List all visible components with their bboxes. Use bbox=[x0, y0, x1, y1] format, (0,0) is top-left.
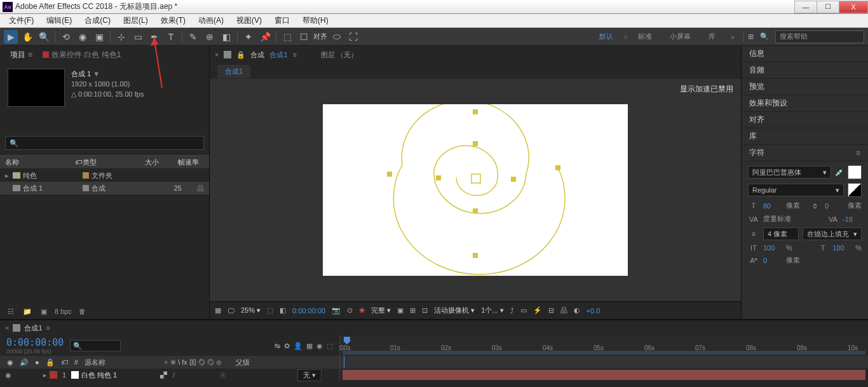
snapshot-icon[interactable]: 📷 bbox=[332, 306, 341, 315]
stamp-tool[interactable]: ⊛ bbox=[203, 30, 217, 44]
current-time[interactable]: 0:00:00:00 bbox=[292, 307, 325, 315]
eyedropper-icon[interactable]: 💉 bbox=[835, 168, 844, 177]
leading-value[interactable]: 0 bbox=[825, 202, 844, 210]
interpret-icon[interactable]: ☷ bbox=[5, 306, 17, 317]
roto-tool[interactable]: ✦ bbox=[241, 30, 255, 44]
channel-icon[interactable]: ⊙ bbox=[347, 306, 353, 315]
vscale-value[interactable]: 100 bbox=[763, 244, 782, 252]
expand-icon[interactable]: ⛶ bbox=[346, 30, 360, 44]
comp-canvas[interactable] bbox=[323, 104, 628, 276]
font-family-dropdown[interactable]: 阿里巴巴普惠体▾ bbox=[748, 166, 831, 179]
fast-preview-icon[interactable]: ⚡ bbox=[533, 306, 542, 315]
project-search[interactable]: 🔍 bbox=[5, 136, 204, 150]
grid-icon[interactable]: ▦ bbox=[215, 306, 221, 315]
shape-tool[interactable]: ▭ bbox=[131, 30, 145, 44]
draft3d-icon[interactable]: ✿ bbox=[284, 342, 290, 350]
comp-thumbnail[interactable] bbox=[8, 69, 65, 107]
menu-help[interactable]: 帮助(H) bbox=[296, 14, 335, 27]
effect-controls-tab[interactable]: 效果控件 白色 纯色1 bbox=[37, 47, 126, 63]
comp-mini-flowchart-icon[interactable]: ↹ bbox=[275, 342, 280, 350]
close-tab-icon[interactable]: × bbox=[215, 51, 219, 58]
source-name-header[interactable]: 源名称 bbox=[83, 358, 159, 367]
local-axis-icon[interactable]: ⬚ bbox=[280, 30, 294, 44]
hand-tool[interactable]: ✋ bbox=[20, 30, 34, 44]
selection-tool[interactable]: ▶ bbox=[4, 30, 18, 44]
menu-composition[interactable]: 合成(C) bbox=[78, 14, 117, 27]
mask-icon[interactable]: ◧ bbox=[280, 306, 286, 315]
camera-dropdown[interactable]: 活动摄像机 ▾ bbox=[434, 306, 475, 315]
grid-icon[interactable]: ⊞ bbox=[748, 32, 754, 41]
mask-mode-icon[interactable]: ⬭ bbox=[330, 30, 344, 44]
resolution-dropdown[interactable]: 完整 ▾ bbox=[371, 306, 391, 315]
flowchart-icon[interactable]: 品 bbox=[197, 184, 204, 193]
workspace-standard[interactable]: 标准 bbox=[630, 32, 660, 41]
motion-blur-icon[interactable]: ◉ bbox=[316, 342, 323, 350]
playhead-icon[interactable] bbox=[344, 337, 350, 344]
pen-tool[interactable]: ✒ bbox=[147, 30, 161, 44]
shy-icon[interactable]: 👤 bbox=[294, 342, 302, 350]
orbit-tool[interactable]: ⟲ bbox=[59, 30, 73, 44]
timeline-current-time[interactable]: 0:00:00:00 bbox=[6, 337, 64, 348]
new-folder-icon[interactable]: 📁 bbox=[22, 306, 33, 317]
timeline-icon[interactable]: ⊟ bbox=[548, 306, 554, 315]
minimize-button[interactable]: — bbox=[794, 1, 817, 13]
eraser-tool[interactable]: ◧ bbox=[219, 30, 233, 44]
menu-view[interactable]: 视图(V) bbox=[230, 14, 268, 27]
timeline-ruler[interactable]: :00s 01s 02s 03s 04s 05s 06s 07s 08s 09s… bbox=[339, 336, 868, 356]
parent-dropdown[interactable]: 无 ▾ bbox=[297, 369, 322, 381]
menu-animation[interactable]: 动画(A) bbox=[192, 14, 230, 27]
comp-subtab[interactable]: 合成1 bbox=[217, 65, 250, 78]
stroke-width-dropdown[interactable]: 4 像素 bbox=[763, 227, 799, 240]
menu-window[interactable]: 窗口 bbox=[268, 14, 296, 27]
text-tool[interactable]: T bbox=[164, 30, 178, 44]
layer-name[interactable]: 白色 纯色 1 bbox=[81, 370, 158, 380]
share-icon[interactable]: ⤴ bbox=[510, 307, 514, 315]
maximize-button[interactable]: ☐ bbox=[817, 1, 839, 13]
comp-viewer[interactable]: 显示加速已禁用 bbox=[210, 79, 741, 301]
camera-tool[interactable]: ▣ bbox=[92, 30, 106, 44]
rotate-tool[interactable]: ◉ bbox=[76, 30, 90, 44]
new-comp-icon[interactable]: ▣ bbox=[38, 306, 50, 317]
timeline-layer-row[interactable]: ◉ ▸ 1 白色 纯色 1 🙾 / ☉ 无 ▾ bbox=[0, 369, 868, 381]
panel-preview[interactable]: 预览 bbox=[742, 79, 868, 95]
resolution-icon[interactable]: ⬚ bbox=[267, 306, 273, 315]
panel-info[interactable]: 信息 bbox=[742, 46, 868, 62]
menu-layer[interactable]: 图层(L) bbox=[117, 14, 154, 27]
visibility-toggle[interactable]: ◉ bbox=[5, 371, 11, 379]
stroke-mode-dropdown[interactable]: 在描边上填充▾ bbox=[803, 227, 862, 240]
kerning-value[interactable]: 度量标准 bbox=[763, 214, 791, 224]
comp-name[interactable]: 合成1 bbox=[269, 50, 287, 60]
timeline-close-icon[interactable]: × bbox=[5, 324, 9, 332]
timeline-tab[interactable]: 合成1 bbox=[24, 323, 42, 333]
panel-align[interactable]: 对齐 bbox=[742, 112, 868, 128]
puppet-tool[interactable]: 📌 bbox=[258, 30, 272, 44]
help-search-input[interactable]: 搜索帮助 bbox=[775, 31, 864, 43]
close-button[interactable]: X bbox=[839, 1, 868, 13]
tracking-value[interactable]: -18 bbox=[843, 215, 862, 223]
layer-label-color[interactable] bbox=[50, 371, 57, 379]
grid-overlay-icon[interactable]: ⊞ bbox=[410, 306, 416, 315]
frame-blend-icon[interactable]: ▦ bbox=[306, 342, 313, 350]
menu-file[interactable]: 文件(F) bbox=[3, 14, 40, 27]
exposure-value[interactable]: +0.0 bbox=[587, 307, 600, 315]
panel-library[interactable]: 库 bbox=[742, 128, 868, 145]
layer-clip[interactable] bbox=[342, 370, 865, 380]
workspace-small[interactable]: 小屏幕 bbox=[662, 32, 698, 41]
font-style-dropdown[interactable]: Regular▾ bbox=[748, 184, 844, 196]
flowchart-icon[interactable]: 品 bbox=[560, 306, 567, 315]
exposure-reset-icon[interactable]: ◐ bbox=[574, 306, 580, 315]
color-mgmt-icon[interactable]: ❀ bbox=[359, 306, 365, 315]
project-tab[interactable]: 项目 ≡ bbox=[5, 47, 37, 63]
fill-color-swatch[interactable] bbox=[848, 165, 862, 179]
views-dropdown[interactable]: 1个... ▾ bbox=[481, 306, 503, 315]
graph-editor-icon[interactable]: ⬚ bbox=[327, 342, 333, 350]
panel-character[interactable]: 字符≡ bbox=[742, 145, 868, 161]
layer-track[interactable] bbox=[339, 369, 868, 381]
font-size-value[interactable]: 80 bbox=[763, 202, 782, 210]
anchor-tool[interactable]: ⊹ bbox=[114, 30, 128, 44]
snap-toggle[interactable]: ☐ bbox=[297, 30, 311, 44]
zoom-tool[interactable]: 🔍 bbox=[37, 30, 51, 44]
baseline-value[interactable]: 0 bbox=[763, 257, 782, 264]
project-row-comp[interactable]: 合成 1 合成 25 品 bbox=[0, 182, 209, 194]
menu-edit[interactable]: 编辑(E) bbox=[40, 14, 78, 27]
